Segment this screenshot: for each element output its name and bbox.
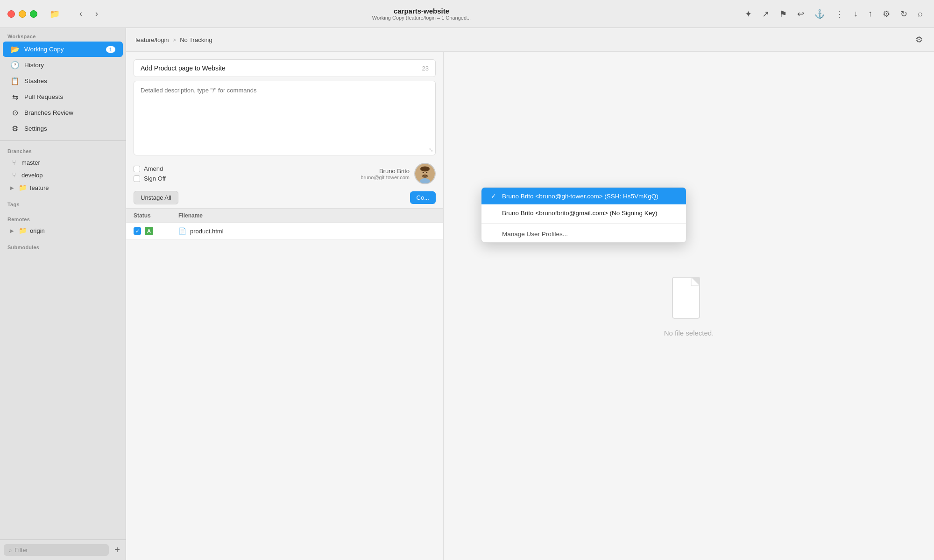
stashes-label: Stashes	[24, 77, 115, 84]
file-icon: 📄	[178, 227, 186, 235]
stashes-icon: 📋	[10, 77, 20, 85]
col-filename-header: Filename	[178, 212, 436, 219]
minimize-button[interactable]	[19, 10, 26, 18]
settings-label: Settings	[24, 125, 115, 132]
table-row[interactable]: ✓ A 📄 product.html	[126, 223, 443, 239]
sidebar-item-working-copy[interactable]: 📂 Working Copy 1	[3, 42, 123, 57]
branch-bar-right: ⚙	[913, 33, 925, 47]
refresh-icon-btn[interactable]: ↻	[897, 7, 911, 21]
sidebar-item-pull-requests[interactable]: ⇆ Pull Requests	[3, 89, 123, 105]
amend-checkbox[interactable]	[134, 166, 140, 172]
working-copy-pane: Add Product page to Website 23 ⤡ Amend	[126, 52, 934, 560]
file-checkbox[interactable]: ✓	[134, 227, 141, 235]
dropdown-item-1[interactable]: Bruno Brito <brunofbrito@gmail.com> (No …	[481, 204, 686, 221]
upload-icon-btn[interactable]: ↑	[864, 7, 876, 21]
commit-description-input[interactable]	[141, 87, 429, 149]
commit-button[interactable]: Co...	[410, 191, 436, 204]
content: feature/login > No Tracking ⚙ Add Produc…	[126, 28, 934, 560]
flag-icon-btn[interactable]: ⚑	[776, 7, 791, 21]
branches-review-icon: ⊙	[10, 108, 20, 117]
forward-button[interactable]: ›	[92, 7, 102, 21]
files-table-header: Status Filename	[126, 209, 443, 223]
search-icon-btn[interactable]: ⌕	[914, 7, 927, 21]
empty-state-text: No file selected.	[664, 329, 714, 337]
submodules-section: Submodules	[0, 239, 126, 254]
svg-point-5	[425, 174, 426, 175]
sidebar-item-branches-review[interactable]: ⊙ Branches Review	[3, 105, 123, 120]
svg-point-4	[426, 172, 427, 173]
develop-label: develop	[21, 172, 43, 179]
close-button[interactable]	[7, 10, 15, 18]
back-button[interactable]: ‹	[76, 7, 86, 21]
user-profile-dropdown: ✓ Bruno Brito <bruno@git-tower.com> (SSH…	[481, 187, 686, 243]
share-icon-btn[interactable]: ↗	[758, 7, 773, 21]
repo-name: carparts-website	[394, 7, 449, 15]
filter-input-container[interactable]: ⌕ Filter	[4, 544, 109, 556]
manage-profiles-item[interactable]: Manage User Profiles...	[481, 225, 686, 242]
checkmark-icon: ✓	[490, 192, 497, 200]
sidebar: Workspace 📂 Working Copy 1 🕐 History 📋 S…	[0, 28, 126, 560]
tags-section-title: Tags	[0, 202, 126, 209]
working-copy-icon: 📂	[10, 45, 20, 54]
no-check-icon	[490, 209, 497, 217]
author-info: Bruno Brito bruno@git-tower.com	[361, 168, 410, 180]
branches-section: Branches ⑂ master ⑂ develop ▶ 📁 feature	[0, 143, 126, 196]
sign-off-checkbox[interactable]	[134, 175, 140, 182]
sparkle-icon-btn[interactable]: ✦	[741, 7, 756, 21]
branch-bar: feature/login > No Tracking ⚙	[126, 28, 934, 52]
wc-right-panel: No file selected. ✓ Bruno Brito <bruno@g…	[444, 52, 934, 560]
titlebar: 📁 ‹ › carparts-website Working Copy (fea…	[0, 0, 934, 28]
manage-profiles-label: Manage User Profiles...	[502, 231, 568, 238]
commit-checkboxes: Amend Sign Off	[134, 165, 166, 182]
sign-off-row: Sign Off	[134, 175, 166, 182]
avatar[interactable]	[414, 163, 436, 184]
remotes-section: Remotes ▶ 📁 origin	[0, 211, 126, 239]
folder-icon-btn[interactable]: 📁	[47, 6, 63, 22]
history-label: History	[24, 62, 115, 69]
submodules-section-title: Submodules	[0, 245, 126, 252]
add-button[interactable]: +	[113, 544, 122, 556]
pull-requests-label: Pull Requests	[24, 93, 115, 100]
origin-chevron-icon: ▶	[10, 228, 14, 233]
dropdown-divider	[481, 223, 686, 224]
undo-icon-btn[interactable]: ↩	[793, 7, 808, 21]
branch-develop-icon: ⑂	[10, 171, 18, 179]
author-name: Bruno Brito	[379, 168, 410, 175]
sidebar-item-master[interactable]: ⑂ master	[3, 156, 123, 168]
dropdown-item-0[interactable]: ✓ Bruno Brito <bruno@git-tower.com> (SSH…	[481, 188, 686, 204]
sidebar-item-history[interactable]: 🕐 History	[3, 57, 123, 73]
amend-label: Amend	[144, 165, 163, 172]
commit-description-container: ⤡	[134, 81, 436, 155]
branch-separator: >	[173, 36, 177, 43]
filter-options-button[interactable]: ⚙	[913, 33, 925, 47]
dropdown-item-0-label: Bruno Brito <bruno@git-tower.com> (SSH: …	[502, 193, 658, 200]
col-status-header: Status	[134, 212, 171, 219]
anchor-icon-btn[interactable]: ⚓	[811, 7, 828, 21]
unstage-all-button[interactable]: Unstage All	[134, 191, 178, 204]
more-icon-btn[interactable]: ⋮	[831, 7, 847, 21]
branch-master-icon: ⑂	[10, 159, 18, 166]
settings-icon-btn[interactable]: ⚙	[879, 7, 894, 21]
maximize-button[interactable]	[30, 10, 37, 18]
file-badge-added: A	[145, 227, 153, 235]
commit-title-count: 23	[422, 65, 429, 72]
feature-label: feature	[30, 184, 49, 191]
sidebar-divider-1	[0, 140, 126, 141]
titlebar-actions: ✦ ↗ ⚑ ↩ ⚓ ⋮ ↓ ↑ ⚙ ↻ ⌕	[741, 7, 927, 21]
working-copy-label: Working Copy	[24, 46, 101, 53]
manage-no-check	[490, 230, 497, 238]
author-email: bruno@git-tower.com	[361, 175, 410, 180]
origin-folder-icon: 📁	[19, 227, 26, 234]
sidebar-item-develop[interactable]: ⑂ develop	[3, 169, 123, 181]
sidebar-item-origin[interactable]: ▶ 📁 origin	[3, 224, 123, 237]
branch-name: feature/login	[135, 36, 169, 43]
titlebar-repo: carparts-website Working Copy (feature/l…	[107, 7, 736, 21]
sidebar-item-stashes[interactable]: 📋 Stashes	[3, 73, 123, 89]
feature-chevron-icon: ▶	[10, 185, 14, 190]
filter-placeholder: Filter	[14, 546, 28, 553]
sidebar-item-feature[interactable]: ▶ 📁 feature	[3, 182, 123, 194]
sidebar-item-settings[interactable]: ⚙ Settings	[3, 121, 123, 136]
download-icon-btn[interactable]: ↓	[850, 7, 862, 21]
files-table: Status Filename ✓ A 📄 product.html	[126, 208, 443, 560]
commit-title-text: Add Product page to Website	[141, 64, 226, 72]
